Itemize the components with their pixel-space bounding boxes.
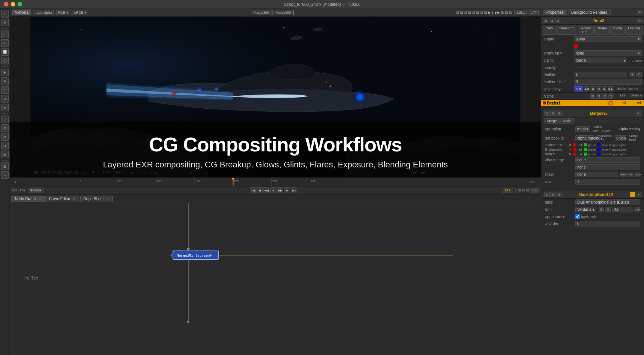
backdrop-icon2[interactable]: ⊡	[550, 192, 556, 197]
alpha-color-swatch[interactable]	[574, 44, 578, 48]
backdrop-font-value[interactable]: Verdana ▾	[575, 207, 596, 212]
mask-value[interactable]: none	[575, 172, 618, 177]
tab-node-graph-close[interactable]: ✕	[38, 197, 41, 201]
clone-tab[interactable]: Clone	[610, 26, 625, 35]
mix-value[interactable]: 1	[575, 179, 640, 185]
node-graph-area[interactable]: Merge395 (screen) He Tat	[10, 203, 541, 355]
move-tool[interactable]: ✥	[1, 19, 9, 26]
name-col-btn2[interactable]: ⊡	[596, 93, 601, 99]
viewer-tab[interactable]: Viewer1	[12, 10, 31, 15]
spline-key-1[interactable]: ◀◀	[584, 86, 589, 92]
bookmark-checkbox[interactable]	[575, 214, 580, 219]
panel-close[interactable]: ✕	[637, 18, 642, 23]
draw-tool[interactable]: ✏	[1, 39, 9, 47]
backdrop-icon1[interactable]: ⊡	[544, 192, 550, 197]
spline-key-2[interactable]: ◀	[590, 86, 595, 92]
add-tool[interactable]: ⊞	[1, 133, 9, 141]
inject-btn[interactable]: inject	[621, 172, 626, 177]
crop-tool[interactable]: ⌖	[1, 86, 9, 94]
mask-tool[interactable]: ▦	[1, 162, 9, 170]
brush-tool[interactable]: ✱	[1, 69, 9, 76]
maximize-button[interactable]	[18, 2, 22, 6]
bbox-value[interactable]: alpha.reading ▾	[575, 135, 594, 141]
tab-dope-sheet-close[interactable]: ✕	[106, 197, 109, 201]
feather-falloff-value[interactable]: 0	[574, 79, 642, 85]
spline-key-4[interactable]: ▶	[602, 86, 607, 92]
clip-to-value[interactable]: format ▾	[574, 58, 627, 63]
merge-panel-icon3[interactable]: ⊡	[557, 111, 562, 116]
feather-reset[interactable]: ↺	[636, 72, 642, 77]
end-frame-display[interactable]: 230	[530, 188, 539, 193]
select-tool[interactable]: ↖	[1, 10, 9, 18]
step-forward[interactable]: ▶	[284, 187, 290, 193]
motion-blur-tab[interactable]: Motion Blur	[578, 26, 594, 35]
merge-panel-icon2[interactable]: ⊡	[550, 111, 556, 116]
tab-curve-editor-close[interactable]: ✕	[73, 197, 76, 201]
panel-icon-1[interactable]: ⊡	[543, 18, 548, 23]
stop[interactable]: ■	[270, 187, 276, 193]
spline-key-btn[interactable]: of 9	[574, 86, 583, 92]
rect-tool[interactable]: ⬜	[1, 48, 9, 56]
also-merge-none-val[interactable]: none	[575, 164, 640, 170]
tab-curve-editor[interactable]: Curve Editor ✕	[45, 196, 79, 202]
channel-selector[interactable]: rgba.alpha	[34, 10, 54, 15]
backdrop-font-size[interactable]: 42	[612, 207, 633, 212]
close-tool[interactable]: ⊠	[1, 151, 9, 158]
roto-tab[interactable]: Roto	[543, 26, 555, 35]
timeline-ruler[interactable]: 1 50 100 150 177 200 230	[21, 178, 522, 186]
merge-panel-close[interactable]: ✕	[636, 111, 641, 116]
window-controls[interactable]	[4, 2, 22, 6]
backdrop-color-swatch[interactable]	[630, 192, 635, 197]
panel-menu[interactable]: ≡	[637, 10, 642, 15]
play-reverse[interactable]: ◀◀	[263, 187, 270, 193]
merge-tab[interactable]: Merge	[544, 118, 560, 124]
invert-btn[interactable]: invert	[628, 172, 633, 177]
backdrop-font-color[interactable]: color	[635, 207, 640, 212]
colorspace-selector[interactable]: sRGB ▾	[73, 10, 89, 15]
roto-tool[interactable]: ⬚	[1, 31, 9, 38]
zoom-out-tool[interactable]: ⊖	[1, 104, 9, 111]
fringe-btn[interactable]: fringe	[635, 172, 640, 177]
backdrop-icon3[interactable]: ⊡	[557, 192, 562, 197]
panel-icon-3[interactable]: ⊡	[555, 18, 560, 23]
backdrop-zorder-value[interactable]: 0	[575, 221, 640, 226]
premultiply-value[interactable]: none ▾	[574, 50, 642, 56]
zoom-in-tool[interactable]: ⊕	[1, 95, 9, 103]
play-forward[interactable]: ▶▶	[277, 187, 283, 193]
bezier1-vis[interactable]: ◉	[608, 100, 613, 106]
spline-key-5[interactable]: ▶▶	[608, 86, 613, 92]
name-col-btn3[interactable]: ⊡	[602, 93, 607, 99]
ellipse-tool[interactable]: ◯	[1, 57, 9, 64]
background-renders-tab[interactable]: Background Renders	[568, 10, 611, 15]
warp-tool[interactable]: ⌀	[1, 171, 9, 179]
lifetime-tab[interactable]: Lifetime	[625, 26, 643, 35]
play-tool[interactable]: ▷	[1, 116, 9, 123]
grid-tool[interactable]: ⊡	[1, 124, 9, 132]
name-col-btn1[interactable]: ⊡	[590, 93, 595, 99]
close-button[interactable]	[4, 2, 8, 6]
zoom-level[interactable]: 115:1	[514, 10, 527, 15]
current-frame-display[interactable]: 177	[502, 188, 513, 193]
backdrop-label-value[interactable]: Blue Anamorphic Flare (Bullet)	[575, 199, 640, 205]
operation-value[interactable]: mask ▾	[575, 126, 590, 132]
backdrop-close[interactable]: ✕	[636, 192, 641, 197]
output-value[interactable]: alpha ▾	[574, 36, 642, 42]
display-selector[interactable]: RGB ▾	[56, 10, 70, 15]
frame-number[interactable]: 177	[529, 10, 539, 15]
merge-input-2[interactable]: Merge396	[273, 10, 294, 15]
backdrop-font-btn2[interactable]: ⊡	[605, 207, 611, 212]
minimize-button[interactable]	[11, 2, 15, 6]
skip-to-end[interactable]: ▶|	[291, 187, 297, 193]
transform-tab[interactable]: Transform	[556, 26, 577, 35]
tab-node-graph[interactable]: Node Graph ✕	[11, 196, 45, 202]
metadata-value[interactable]: union	[615, 135, 626, 141]
feather-value[interactable]: 1	[574, 72, 627, 77]
also-merge-value[interactable]: none	[575, 157, 640, 163]
shape-tab[interactable]: Shape	[594, 26, 610, 35]
backdrop-font-btn1[interactable]: ⊡	[599, 207, 604, 212]
name-col-btn4[interactable]: ⊡	[608, 93, 613, 99]
skip-to-start[interactable]: |◀	[250, 187, 256, 193]
step-back[interactable]: ◀	[257, 187, 263, 193]
merge-panel-icon1[interactable]: ⊡	[544, 111, 550, 116]
properties-tab[interactable]: Properties	[543, 10, 567, 15]
